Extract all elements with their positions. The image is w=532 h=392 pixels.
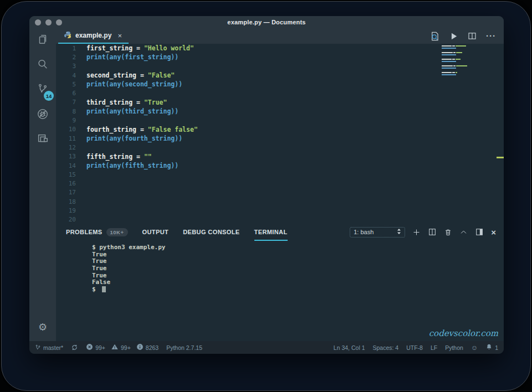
line-number: 12 [56,144,76,151]
line-number: 8 [56,108,76,115]
terminal-line: False [92,279,504,286]
line-number: 1 [56,45,76,52]
line-number: 4 [56,72,76,79]
tab-output[interactable]: OUTPUT [142,223,169,241]
terminal-prompt: $ [92,286,504,293]
problems-count-badge: 10K+ [106,228,128,236]
extensions-icon [37,133,49,147]
code-line: 20 [56,215,504,223]
tab-close-icon[interactable]: × [117,32,122,40]
terminal-cursor [102,286,106,292]
terminal-output[interactable]: $ python3 example.pyTrueTrueTrueTrueFals… [56,241,504,341]
scm-badge: 14 [44,91,54,101]
code-line: 2print(any(first_string)) [56,53,504,61]
feedback-smiley-icon[interactable]: ☺ [471,344,478,352]
editor-actions: ··· [429,28,504,44]
encoding-status[interactable]: UTF-8 [406,344,423,351]
tab-debug-console[interactable]: DEBUG CONSOLE [183,223,239,241]
indentation-status[interactable]: Spaces: 4 [372,344,398,351]
sidebar-item-source-control[interactable]: 14 [35,83,50,97]
code-line: 5print(any(second_string)) [56,80,504,89]
search-icon [37,58,49,73]
terminal-line: True [92,258,504,265]
problems-label: PROBLEMS [66,229,103,235]
code-line: 14print(any(fifth_string)) [56,161,504,170]
cursor-position-status[interactable]: Ln 34, Col 1 [334,344,365,351]
line-number: 15 [56,171,76,178]
sync-icon[interactable] [71,344,78,351]
panel-header: PROBLEMS 10K+ OUTPUT DEBUG CONSOLE TERMI… [56,223,504,241]
sidebar-item-search[interactable] [35,58,50,73]
line-number: 9 [56,117,76,124]
terminal-select[interactable]: 1: bash [350,227,405,238]
terminal-controls: 1: bash [350,227,496,238]
problems-status[interactable]: 99+ 99+ 8263 [86,343,158,352]
code-line: 3 [56,62,504,71]
line-number: 10 [56,126,76,133]
close-panel-icon[interactable]: × [491,228,496,237]
code-line: 17 [56,188,504,197]
code-line: 13fifth_string = "" [56,152,504,161]
line-number: 14 [56,162,76,169]
python-interpreter-status[interactable]: Python 2.7.15 [166,344,202,351]
sidebar-item-extensions[interactable] [35,133,50,147]
move-panel-icon[interactable] [475,228,484,236]
status-right: Ln 34, Col 1 Spaces: 4 UTF-8 LF Python ☺… [334,343,498,352]
tab-example-py[interactable]: example.py × [58,28,129,44]
debug-bug-icon [37,108,49,122]
bottom-panel: PROBLEMS 10K+ OUTPUT DEBUG CONSOLE TERMI… [56,223,504,341]
tab-bar: example.py × ··· [56,28,504,44]
split-terminal-icon[interactable] [428,228,437,236]
open-preview-icon[interactable] [429,31,440,42]
title-bar: example.py — Documents [29,16,504,28]
git-branch-status[interactable]: master* [35,344,63,351]
bell-icon [485,343,493,352]
terminal-line: True [92,272,504,280]
code-line: 12 [56,143,504,152]
code-line: 19 [56,206,504,215]
terminal-line: True [92,251,504,259]
code-line: 8print(any(third_string)) [56,107,504,116]
status-left: master* 99+ 99+ 82 [35,343,202,352]
watermark: codevscolor.com [429,328,498,338]
maximize-panel-icon[interactable] [459,228,468,236]
code-line: 11print(any(fourth_string)) [56,134,504,143]
window-title: example.py — Documents [29,19,504,25]
error-icon [86,343,93,352]
overview-ruler-marker [497,157,504,158]
split-editor-icon[interactable] [467,31,477,41]
terminal-line: $ python3 example.py [92,244,504,251]
tab-terminal[interactable]: TERMINAL [254,223,288,241]
line-number: 5 [56,81,76,88]
activity-bar: 14 ⚙ [29,28,56,341]
sidebar-item-debug[interactable] [35,108,50,122]
new-terminal-icon[interactable] [412,228,421,236]
vscode-window: example.py — Documents [29,16,504,354]
more-actions-icon[interactable]: ··· [486,33,496,39]
terminal-line: True [92,265,504,272]
minimap[interactable] [442,45,473,90]
sidebar-item-explorer[interactable] [35,33,50,48]
tab-problems[interactable]: PROBLEMS 10K+ [66,223,128,241]
eol-status[interactable]: LF [431,344,437,351]
line-number: 13 [56,153,76,160]
code-lines: 1first_string = "Hello world"2print(any(… [56,44,504,223]
line-number: 2 [56,54,76,61]
select-arrows-icon [397,228,401,236]
explorer-icon [37,33,49,48]
notifications-bell[interactable]: 1 [485,343,498,352]
tab-label: example.py [75,32,111,39]
code-line: 6 [56,89,504,97]
line-number: 6 [56,90,76,97]
language-mode-status[interactable]: Python [445,344,463,351]
settings-gear-icon[interactable]: ⚙ [38,321,47,333]
info-icon [136,343,144,352]
warning-icon [111,343,119,352]
line-number: 16 [56,180,76,187]
code-line: 16 [56,179,504,188]
kill-terminal-icon[interactable] [444,228,452,236]
run-file-icon[interactable] [449,32,458,41]
code-line: 7third_string = "True" [56,98,504,107]
code-editor[interactable]: 1first_string = "Hello world"2print(any(… [56,44,504,223]
code-line: 18 [56,197,504,206]
